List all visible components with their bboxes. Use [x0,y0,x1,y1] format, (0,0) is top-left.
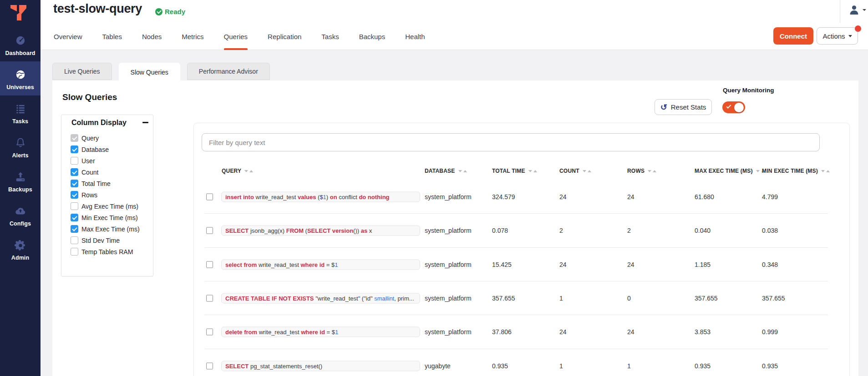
table-row: CREATE TABLE IF NOT EXISTS "write_read_t… [194,281,849,315]
cell-min-exec-time: 357.655 [762,295,785,302]
row-checkbox[interactable] [206,194,213,201]
column-header-rows[interactable]: ROWS [627,168,656,174]
cell-total-time: 0.078 [492,227,508,234]
checkbox[interactable] [71,248,78,256]
tab-backups[interactable]: Backups [359,33,386,50]
sort-icons [244,168,253,174]
cell-total-time: 357.655 [492,295,515,302]
cell-database: system_platform [425,295,472,302]
actions-wrap: Actions [817,27,858,45]
sidebar-item-admin[interactable]: Admin [0,232,41,266]
column-option-avg-exec-time-ms: Avg Exec Time (ms) [71,201,151,212]
column-header-count[interactable]: COUNT [559,168,591,174]
checkbox[interactable] [71,202,78,210]
header: test-slow-query Ready OverviewTablesNode… [41,0,868,50]
sidebar-item-backups[interactable]: Backups [0,164,41,198]
column-header-database[interactable]: DATABASE [425,168,467,174]
check-circle-icon [155,8,162,15]
tab-overview[interactable]: Overview [54,33,82,50]
cell-total-time: 324.579 [492,193,515,201]
cell-count: 1 [559,362,563,370]
chevron-down-icon [863,9,866,11]
tab-nodes[interactable]: Nodes [142,33,162,50]
sidebar-item-dashboard[interactable]: Dashboard [0,27,41,61]
query-text[interactable]: SELECT jsonb_agg(x) FROM (SELECT version… [221,226,420,236]
column-header-total-time[interactable]: TOTAL TIME [492,168,537,174]
column-header-query[interactable]: QUERY [222,168,253,174]
chevron-down-icon [848,35,852,37]
checkbox[interactable] [71,180,78,187]
cell-database: system_platform [425,227,472,234]
notification-dot [855,25,861,32]
cell-max-exec-time: 61.680 [695,193,714,201]
query-text[interactable]: SELECT pg_stat_statements_reset() [221,361,420,371]
tab-queries[interactable]: Queries [224,33,248,50]
query-text[interactable]: select from write_read_test where id = $… [221,259,420,270]
column-option-max-exec-time-ms: Max Exec Time (ms) [71,223,151,235]
checkbox[interactable] [71,225,78,233]
cell-rows: 0 [627,295,631,302]
cell-total-time: 37.806 [492,328,512,336]
query-subtabs: Live QueriesSlow QueriesPerformance Advi… [52,63,270,82]
column-display-panel: Column Display QueryDatabaseUserCountTot… [61,115,153,276]
sort-icons [821,168,830,174]
collapse-icon[interactable] [142,122,148,123]
checkbox[interactable] [71,134,78,142]
checkbox[interactable] [71,236,78,244]
sidebar-item-universes[interactable]: Universes [0,61,41,95]
sidebar-item-configs[interactable]: Configs [0,198,41,232]
alerts-icon [15,137,26,149]
query-text[interactable]: insert into write_read_test values ($1) … [221,192,420,202]
yugabyte-logo-icon[interactable] [10,5,27,21]
column-option-query: Query [71,132,151,144]
reset-stats-button[interactable]: ↺ Reset Stats [655,99,712,115]
query-monitoring-toggle[interactable] [722,101,745,113]
cell-rows: 24 [627,193,635,201]
tab-tables[interactable]: Tables [102,33,122,50]
sort-icons [528,168,537,174]
query-monitoring-label: Query Monitoring [723,87,774,94]
cell-max-exec-time: 0.935 [695,362,711,370]
checkbox[interactable] [71,157,78,165]
sort-icons [648,168,656,174]
row-checkbox[interactable] [206,261,213,268]
column-option-std-dev-time: Std Dev Time [71,235,151,246]
cell-database: system_platform [425,193,472,201]
cell-max-exec-time: 357.655 [695,295,718,302]
row-checkbox[interactable] [206,227,213,234]
subtab-performance-advisor[interactable]: Performance Advisor [187,63,270,80]
content: Live QueriesSlow QueriesPerformance Advi… [41,50,868,376]
tab-health[interactable]: Health [405,33,425,50]
user-menu[interactable] [848,4,866,15]
sidebar-item-alerts[interactable]: Alerts [0,130,41,164]
tab-replication[interactable]: Replication [268,33,301,50]
cell-rows: 24 [627,261,635,268]
slow-queries-card: Slow Queries ↺ Reset Stats Query Monitor… [52,80,858,376]
universes-icon [15,69,26,80]
checkbox[interactable] [71,214,78,221]
checkbox[interactable] [71,168,78,176]
query-filter-input[interactable] [202,133,820,151]
sidebar-item-tasks[interactable]: Tasks [0,95,41,130]
row-checkbox[interactable] [206,362,213,369]
checkbox[interactable] [71,191,78,199]
query-text[interactable]: delete from write_read_test where id = $… [221,327,420,337]
column-header-min-exec-time-ms[interactable]: MIN EXEC TIME (MS) [762,168,830,174]
cell-min-exec-time: 0.348 [762,261,778,268]
actions-button[interactable]: Actions [817,27,858,45]
cell-rows: 24 [627,328,635,336]
tab-metrics[interactable]: Metrics [182,33,203,50]
row-checkbox[interactable] [206,295,213,302]
subtab-live-queries[interactable]: Live Queries [52,63,112,80]
sidebar: DashboardUniversesTasksAlertsBackupsConf… [0,0,41,376]
row-checkbox[interactable] [206,329,213,336]
column-header-max-exec-time-ms[interactable]: MAX EXEC TIME (MS) [695,168,765,174]
subtab-slow-queries[interactable]: Slow Queries [119,63,180,82]
cell-total-time: 0.935 [492,362,508,370]
reset-icon: ↺ [660,103,667,111]
query-text[interactable]: CREATE TABLE IF NOT EXISTS "write_read_t… [221,293,420,304]
connect-button[interactable]: Connect [773,27,813,45]
tab-tasks[interactable]: Tasks [321,33,339,50]
column-display-title: Column Display [71,119,127,127]
checkbox[interactable] [71,145,78,153]
